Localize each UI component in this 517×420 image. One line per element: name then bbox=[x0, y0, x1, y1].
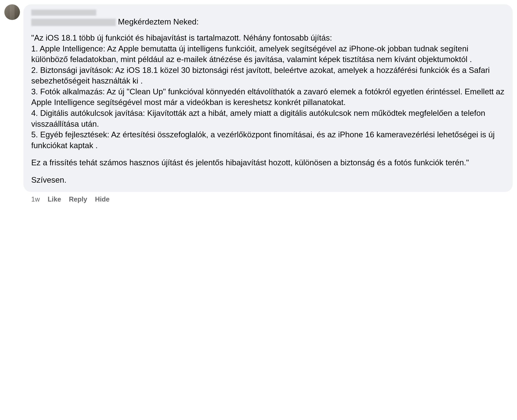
comment-body-signoff: Szívesen. bbox=[31, 175, 505, 186]
commenter-name-line bbox=[31, 9, 505, 16]
avatar[interactable] bbox=[4, 4, 20, 20]
hide-button[interactable]: Hide bbox=[95, 195, 110, 203]
comment-actions: 1w Like Reply Hide bbox=[23, 192, 513, 203]
comment-body: Megkérdeztem Neked: "Az iOS 18.1 több új… bbox=[23, 4, 513, 203]
like-button[interactable]: Like bbox=[48, 195, 61, 203]
comment-body-summary: Ez a frissítés tehát számos hasznos újít… bbox=[31, 157, 505, 168]
comment-body-main: "Az iOS 18.1 több új funkciót és hibajav… bbox=[31, 33, 505, 151]
comment-timestamp[interactable]: 1w bbox=[31, 195, 40, 203]
comment-intro-text: Megkérdeztem Neked: bbox=[118, 17, 199, 26]
comment-intro-line: Megkérdeztem Neked: bbox=[31, 17, 505, 26]
reply-button[interactable]: Reply bbox=[69, 195, 87, 203]
mention-redacted[interactable] bbox=[31, 19, 116, 26]
comment-bubble: Megkérdeztem Neked: "Az iOS 18.1 több új… bbox=[23, 4, 513, 192]
comment-container: Megkérdeztem Neked: "Az iOS 18.1 több új… bbox=[4, 4, 513, 203]
commenter-name-redacted[interactable] bbox=[31, 9, 96, 16]
